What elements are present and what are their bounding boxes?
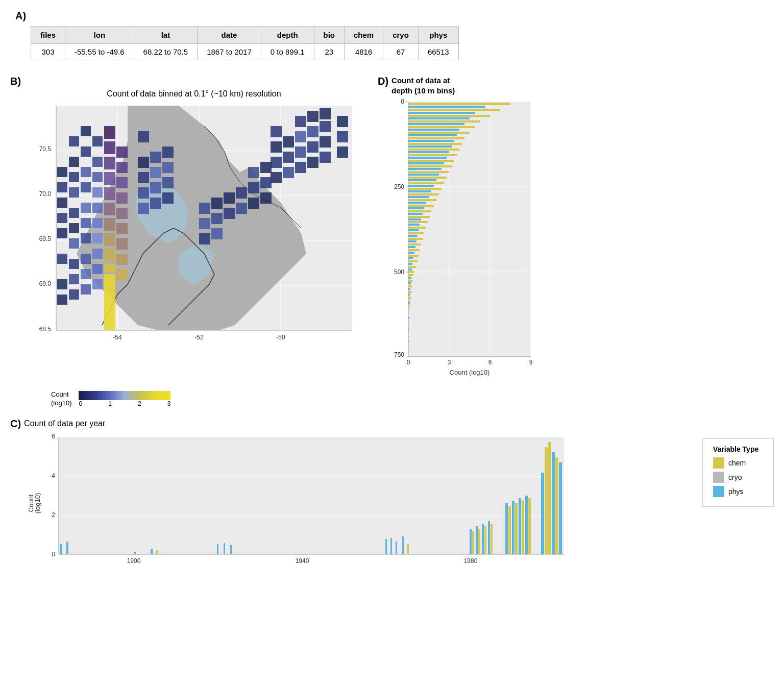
svg-rect-53 (104, 233, 115, 246)
svg-rect-266 (478, 529, 480, 554)
svg-rect-29 (69, 136, 79, 146)
svg-text:500: 500 (394, 268, 404, 276)
svg-text:70.0: 70.0 (39, 190, 52, 198)
svg-text:0: 0 (52, 551, 55, 558)
svg-rect-181 (408, 179, 436, 181)
svg-rect-39 (81, 126, 91, 136)
svg-rect-83 (271, 172, 282, 183)
svg-text:2: 2 (52, 511, 55, 519)
svg-rect-93 (295, 116, 306, 127)
svg-rect-25 (69, 208, 79, 218)
svg-text:4: 4 (52, 472, 55, 479)
svg-rect-167 (408, 140, 454, 142)
svg-text:6: 6 (52, 433, 55, 440)
section-d: D) Count of data atdepth (10 m bins) (378, 76, 541, 382)
map-title: Count of data binned at 0.1° (~10 km) re… (26, 89, 362, 99)
svg-rect-259 (390, 538, 392, 554)
svg-rect-49 (92, 136, 103, 146)
section-c: C) Count of data per year (10, 418, 687, 565)
svg-rect-168 (408, 143, 462, 145)
svg-rect-112 (224, 192, 235, 204)
svg-text:0: 0 (401, 98, 404, 105)
svg-rect-264 (472, 531, 474, 554)
svg-rect-109 (211, 213, 223, 224)
svg-rect-186 (408, 193, 439, 195)
svg-rect-277 (525, 496, 528, 554)
svg-rect-254 (156, 550, 158, 554)
svg-rect-96 (307, 126, 318, 137)
section-c-header: C) Count of data per year (10, 418, 687, 430)
svg-rect-196 (408, 221, 428, 223)
svg-rect-250 (60, 544, 62, 554)
svg-text:(log10): (log10) (34, 493, 41, 513)
svg-rect-258 (385, 539, 387, 554)
svg-rect-119 (260, 177, 272, 188)
svg-rect-20 (69, 289, 79, 300)
legend-gradient (79, 391, 170, 400)
svg-rect-80 (162, 177, 174, 188)
svg-rect-268 (484, 526, 486, 554)
svg-rect-219 (408, 285, 412, 287)
svg-rect-34 (81, 218, 91, 228)
table-cell-date: 1867 to 2017 (198, 44, 261, 60)
section-c-label: C) (10, 418, 21, 430)
svg-rect-231 (408, 334, 409, 336)
svg-rect-19 (57, 167, 67, 177)
svg-rect-23 (69, 238, 79, 249)
svg-rect-97 (307, 111, 318, 122)
svg-rect-43 (92, 233, 103, 243)
svg-rect-17 (57, 198, 67, 208)
svg-text:1980: 1980 (464, 557, 478, 565)
svg-rect-22 (69, 259, 79, 269)
svg-rect-90 (295, 162, 306, 173)
svg-rect-260 (396, 542, 397, 554)
svg-rect-208 (408, 255, 419, 257)
svg-rect-275 (519, 498, 521, 554)
section-d-label: D) (378, 76, 388, 87)
svg-rect-197 (408, 224, 420, 226)
svg-rect-81 (162, 162, 174, 173)
svg-rect-117 (248, 167, 259, 178)
svg-rect-24 (69, 223, 79, 233)
table-header-bio: bio (314, 27, 345, 44)
section-c-title: Count of data per year (24, 419, 105, 428)
section-d-title: Count of data atdepth (10 m bins) (391, 76, 455, 95)
svg-rect-42 (92, 249, 103, 259)
svg-rect-30 (81, 284, 91, 295)
svg-rect-116 (248, 182, 259, 193)
svg-rect-46 (92, 187, 103, 198)
svg-rect-192 (408, 210, 431, 212)
svg-rect-262 (407, 544, 409, 554)
svg-rect-88 (283, 152, 294, 163)
svg-rect-40 (92, 279, 103, 289)
svg-rect-77 (150, 167, 161, 178)
svg-rect-284 (559, 462, 562, 554)
svg-rect-273 (512, 501, 514, 554)
svg-text:68.5: 68.5 (39, 326, 52, 333)
svg-rect-184 (408, 188, 442, 190)
svg-text:-52: -52 (194, 334, 204, 341)
svg-rect-190 (408, 205, 434, 207)
svg-rect-101 (320, 108, 331, 119)
section-d-header: D) Count of data atdepth (10 m bins) (378, 76, 541, 95)
svg-rect-62 (116, 254, 128, 265)
svg-rect-189 (408, 202, 426, 204)
legend-item-cryo: cryo (713, 472, 763, 483)
svg-rect-162 (408, 126, 475, 128)
svg-rect-99 (320, 136, 331, 148)
svg-rect-86 (271, 126, 282, 137)
svg-rect-203 (408, 240, 416, 242)
map-color-legend: Count(log10) 0 1 2 3 (51, 390, 170, 408)
svg-rect-215 (408, 274, 413, 276)
svg-rect-263 (470, 529, 472, 554)
svg-rect-50 (104, 274, 115, 330)
svg-text:-54: -54 (113, 334, 122, 341)
svg-rect-107 (199, 233, 210, 244)
svg-rect-87 (283, 167, 294, 178)
svg-rect-272 (508, 506, 511, 554)
svg-rect-103 (337, 131, 348, 142)
svg-rect-271 (505, 503, 508, 554)
svg-rect-224 (408, 300, 410, 302)
table-header-cryo: cryo (383, 27, 419, 44)
svg-rect-179 (408, 174, 439, 176)
